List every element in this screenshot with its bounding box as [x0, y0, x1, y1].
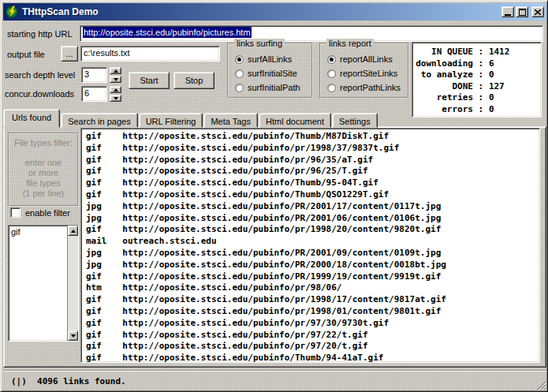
- maximize-button[interactable]: [516, 6, 528, 17]
- radio-icon: [327, 55, 336, 64]
- output-file-value: c:\results.txt: [84, 48, 130, 58]
- minimize-icon: [505, 14, 511, 16]
- app-window: THttpScan Demo starting http URL http://…: [0, 0, 548, 392]
- status-bar: (|) 4096 links found.: [3, 371, 546, 390]
- scroll-up-button[interactable]: [68, 226, 78, 236]
- file-type-entry: gif: [11, 227, 65, 237]
- starting-url-label: starting http URL: [7, 29, 73, 39]
- tab-url-filtering[interactable]: URL Filtering: [139, 113, 203, 128]
- hint-line: or more: [9, 168, 77, 178]
- browse-button-label: ...: [65, 49, 73, 58]
- radio-reportalllinks[interactable]: reportAllLinks: [327, 54, 393, 65]
- url-list-row[interactable]: gifhttp://oposite.stsci.edu/pubinfo/PR/1…: [86, 271, 539, 283]
- tab-page-urls-found: File types filter:enter oneor morefile t…: [3, 126, 546, 368]
- arrow-up-icon: [114, 88, 118, 91]
- concurrent-downloads-value: 6: [84, 88, 89, 98]
- enable-filter-checkbox[interactable]: [10, 207, 21, 218]
- radio-reportpathlinks[interactable]: reportPathLinks: [327, 82, 401, 93]
- hint-line: File types filter:: [9, 138, 77, 148]
- hint-line: file types: [9, 178, 77, 189]
- tab-meta-tags[interactable]: Meta Tags: [203, 113, 258, 128]
- url-list-row[interactable]: gifhttp://oposite.stsci.edu/pubinfo/Thum…: [86, 189, 539, 201]
- search-depth-up-button[interactable]: [110, 67, 121, 74]
- minimize-button[interactable]: [501, 6, 514, 17]
- titlebar[interactable]: THttpScan Demo: [3, 3, 546, 21]
- status-row-done: DONE : 127: [416, 81, 538, 93]
- radio-label: surfAllLinks: [248, 54, 292, 64]
- url-list-row[interactable]: gifhttp://oposite.stsci.edu/pubinfo/pr/9…: [86, 341, 539, 353]
- radio-label: reportPathLinks: [340, 83, 401, 92]
- radio-icon: [235, 55, 244, 64]
- radio-surfinitialpath[interactable]: surfInitialPath: [235, 82, 300, 93]
- output-file-input[interactable]: c:\results.txt: [80, 46, 220, 62]
- url-list-row[interactable]: gifhttp://oposite.stsci.edu/pubinfo/pr/1…: [86, 306, 539, 318]
- starting-url-value: http://oposite.stsci.edu/pubinfo/picture…: [83, 27, 252, 38]
- scroll-down-button[interactable]: [68, 330, 78, 341]
- memo-scrollbar[interactable]: [67, 226, 78, 341]
- concurrent-downloads-up-button[interactable]: [110, 86, 121, 93]
- url-list-row[interactable]: jpghttp://oposite.stsci.edu/pubinfo/PR/2…: [86, 213, 539, 225]
- url-list-row[interactable]: gifhttp://oposite.stsci.edu/pubinfo/pr/9…: [86, 318, 539, 330]
- url-list-row[interactable]: gifhttp://oposite.stsci.edu/pubinfo/pr/1…: [86, 294, 539, 306]
- status-row-in-queue: IN QUEUE : 1412: [416, 47, 538, 58]
- url-list-row[interactable]: gifhttp://oposite.stsci.edu/pubinfo/Thum…: [86, 131, 539, 143]
- radio-label: reportAllLinks: [340, 54, 393, 64]
- tab-settings[interactable]: Settings: [332, 113, 378, 128]
- url-list-row[interactable]: jpghttp://oposite.stsci.edu/pubinfo/PR/2…: [86, 201, 539, 213]
- concurrent-downloads-label: concur.downloads: [5, 89, 74, 99]
- radio-surfalllinks[interactable]: surfAllLinks: [235, 54, 292, 65]
- stop-button-label: Stop: [185, 76, 203, 85]
- close-button[interactable]: [531, 6, 544, 17]
- start-button-label: Start: [140, 76, 158, 85]
- concurrent-downloads-down-button[interactable]: [110, 95, 121, 102]
- file-types-memo[interactable]: gif: [8, 225, 79, 342]
- search-depth-spinner: [110, 67, 121, 83]
- enable-filter-row[interactable]: enable filter: [10, 207, 70, 218]
- hint-line: enter one: [9, 158, 77, 168]
- radio-label: reportSiteLinks: [340, 69, 397, 78]
- file-types-filter-hint: File types filter:enter oneor morefile t…: [8, 133, 79, 207]
- status-row-retries: retries : 0: [416, 92, 538, 104]
- url-list-row[interactable]: jpghttp://oposite.stsci.edu/pubinfo/PR/2…: [86, 259, 539, 271]
- radio-icon: [235, 84, 244, 92]
- tab-urls-found[interactable]: Urls found: [3, 109, 60, 128]
- url-list-row[interactable]: gifhttp://oposite.stsci.edu/pubinfo/pr/1…: [86, 224, 539, 236]
- url-list-row[interactable]: gifhttp://oposite.stsci.edu/pubinfo/Thum…: [86, 177, 539, 189]
- resize-grip-icon[interactable]: [536, 380, 546, 390]
- radio-reportsitelinks[interactable]: reportSiteLinks: [327, 68, 397, 79]
- stop-button[interactable]: Stop: [173, 72, 214, 89]
- radio-icon: [327, 84, 336, 92]
- url-results-list: gifhttp://oposite.stsci.edu/pubinfo/Thum…: [80, 128, 540, 363]
- links-report-title: links report: [326, 39, 374, 48]
- tab-search-in-pages[interactable]: Search in pages: [61, 113, 138, 128]
- url-list-row[interactable]: gifhttp://oposite.stsci.edu/pubinfo/pr/1…: [86, 143, 539, 155]
- arrow-down-icon: [114, 78, 118, 81]
- radio-surfinitialsite[interactable]: surfInitialSite: [235, 68, 297, 79]
- url-list-row[interactable]: jpghttp://oposite.stsci.edu/pubinfo/PR/2…: [86, 248, 539, 259]
- url-list-row[interactable]: gifhttp://oposite.stsci.edu/pubinfo/pr/9…: [86, 330, 539, 342]
- output-file-label: output file: [7, 50, 45, 59]
- radio-label: surfInitialSite: [248, 69, 297, 78]
- maximize-icon: [519, 9, 526, 16]
- close-icon: [535, 9, 541, 15]
- url-list-row[interactable]: htmhttp://oposite.stsci.edu/pubinfo/pr/9…: [86, 282, 539, 294]
- tab-html-document[interactable]: Html document: [259, 113, 331, 128]
- browse-button[interactable]: ...: [61, 46, 78, 62]
- url-list-row[interactable]: gifhttp://oposite.stsci.edu/pubinfo/pr/9…: [86, 155, 539, 166]
- hint-line: (1 per line): [9, 189, 77, 199]
- links-report-group: links report reportAllLinksreportSiteLin…: [319, 43, 409, 99]
- app-icon: [6, 6, 18, 18]
- radio-label: surfInitialPath: [248, 83, 300, 92]
- tab-strip: Urls foundSearch in pagesURL FilteringMe…: [3, 109, 378, 128]
- radio-icon: [235, 69, 244, 78]
- start-button[interactable]: Start: [129, 72, 170, 89]
- hint-gap: [9, 148, 77, 158]
- url-list-row[interactable]: gifhttp://oposite.stsci.edu/pubinfo/Thum…: [86, 353, 539, 363]
- url-list-row[interactable]: gifhttp://oposite.stsci.edu/pubinfo/pr/9…: [86, 166, 539, 177]
- search-depth-down-button[interactable]: [110, 76, 121, 83]
- queue-status-panel: IN QUEUE : 1412downloading : 6to analyze…: [412, 42, 542, 118]
- search-depth-input[interactable]: 3: [81, 67, 107, 83]
- concurrent-downloads-input[interactable]: 6: [81, 86, 107, 102]
- starting-url-input[interactable]: http://oposite.stsci.edu/pubinfo/picture…: [80, 25, 543, 42]
- url-list-row[interactable]: mailoutreach.stsci.edu: [86, 236, 539, 248]
